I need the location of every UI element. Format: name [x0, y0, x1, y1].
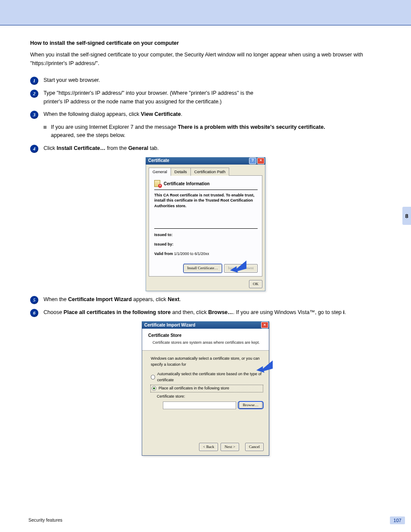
install-certificate-button[interactable]: Install Certificate… [184, 264, 222, 273]
step-bubble: 5 [30, 296, 38, 304]
step-bubble: 6 [30, 309, 38, 317]
wizard-titlebar: Certificate Import Wizard × [142, 321, 269, 329]
step-text: Click Install Certificate… from the Gene… [44, 144, 381, 152]
step-2: 2 Type "https://printer's IP address/" i… [30, 89, 381, 106]
step-6: 6 Choose Place all certificates in the f… [30, 308, 381, 317]
step-3: 3 When the following dialog appears, cli… [30, 110, 381, 119]
cancel-button[interactable]: Cancel [245, 443, 264, 451]
callout-arrow [230, 260, 246, 273]
step-bubble: 2 [30, 90, 38, 98]
issued-to-label: Issued to: [154, 233, 173, 237]
valid-from-label: Valid from [154, 252, 173, 256]
cert-titlebar: Certificate ? × [146, 157, 265, 165]
cert-tabs: General Details Certification Path [149, 167, 262, 176]
issued-by-label: Issued by: [154, 242, 174, 246]
header-band [0, 0, 411, 25]
tab-certpath[interactable]: Certification Path [190, 168, 229, 176]
section-title: How to install the self-signed certifica… [30, 39, 381, 47]
callout-arrow [256, 360, 273, 373]
step-bubble: 1 [30, 77, 38, 85]
cert-trust-message: This CA Root certificate is not trusted.… [154, 193, 258, 208]
browse-button[interactable]: Browse… [239, 401, 263, 408]
store-label: Certificate store: [157, 394, 263, 400]
step-text: Start your web browser. [44, 76, 381, 84]
wizard-subheading: Certificate stores are system areas wher… [153, 340, 264, 346]
certificate-store-input[interactable] [163, 401, 236, 409]
ok-button[interactable]: OK [249, 280, 262, 289]
bullet-square [44, 126, 47, 129]
wizard-intro: Windows can automatically select a certi… [151, 356, 263, 368]
radio-auto[interactable]: Automatically select the certificate sto… [151, 371, 263, 383]
back-button[interactable]: < Back [199, 443, 218, 451]
step-bubble: 3 [30, 111, 38, 119]
cert-title: Certificate [148, 157, 169, 164]
radio-icon [151, 375, 155, 380]
radio-icon [152, 386, 156, 391]
cert-info-heading: Certificate Information [164, 180, 210, 187]
tab-general[interactable]: General [149, 168, 171, 176]
step-1: 1 Start your web browser. [30, 76, 381, 85]
step-5: 5 When the Certificate Import Wizard app… [30, 296, 381, 304]
page-number: 107 [390, 516, 405, 524]
help-button[interactable]: ? [249, 158, 256, 164]
wizard-header: Certificate Store Certificate stores are… [142, 329, 269, 350]
step-bubble: 4 [30, 145, 38, 153]
certificate-icon: × [154, 180, 161, 187]
step-text: When the Certificate Import Wizard appea… [44, 296, 381, 304]
step-4: 4 Click Install Certificate… from the Ge… [30, 144, 381, 153]
step-text: When the following dialog appears, click… [44, 110, 381, 118]
step-text: Choose Place all certificates in the fol… [44, 308, 381, 317]
radio-place-all[interactable]: Place all certificates in the following … [151, 385, 263, 392]
next-button[interactable]: Next > [221, 443, 239, 451]
section-intro: When you install the self-signed certifi… [30, 51, 381, 68]
close-button[interactable]: × [261, 322, 268, 328]
chapter-tab: 8 [402, 207, 411, 225]
tab-details[interactable]: Details [171, 168, 191, 176]
step-text: Type "https://printer's IP address/" int… [44, 89, 381, 106]
certificate-dialog: Certificate ? × General Details Certific… [146, 157, 265, 292]
wizard-heading: Certificate Store [148, 332, 264, 339]
svg-marker-1 [256, 361, 273, 373]
footer-title: Security features [28, 517, 62, 523]
substep-text: If you are using Internet Explorer 7 and… [51, 123, 325, 140]
wizard-dialog: Certificate Import Wizard × Certificate … [142, 321, 269, 456]
step-3-sub: If you are using Internet Explorer 7 and… [44, 123, 381, 140]
wizard-title: Certificate Import Wizard [144, 322, 195, 329]
close-button[interactable]: × [257, 158, 265, 164]
svg-marker-0 [230, 260, 246, 273]
